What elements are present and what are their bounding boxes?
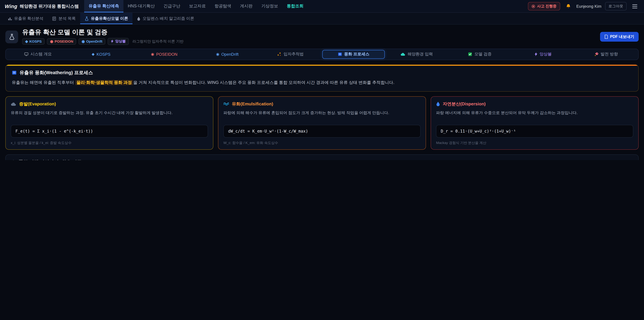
- notification-bell-button[interactable]: [564, 2, 573, 11]
- bell-icon: [566, 4, 571, 9]
- subtab-label: 분석 목록: [58, 16, 76, 21]
- brand-logo[interactable]: Wing 해양환경 위기대응 통합시스템: [5, 0, 79, 13]
- nav-item-weather-info[interactable]: 기상정보: [257, 0, 282, 13]
- nav-item-aerial-search[interactable]: 항공탐색: [210, 0, 236, 13]
- diamond-icon: ◆: [92, 53, 94, 56]
- logout-button[interactable]: 로그아웃: [605, 2, 626, 11]
- card-footnote: x_i: 성분별 몰분율 / k_ei: 증발 속도상수: [11, 140, 208, 145]
- card-header: 자연분산(Dispersion): [436, 101, 633, 107]
- tab-label: POSEIDON: [156, 52, 178, 57]
- page-header: 유출유 확산 모델 이론 및 검증 ◆ KOSPS ◉ POSEIDON ◉ O…: [0, 25, 644, 48]
- formula-box: F_e(t) = Σ x_i·(1 - e^(-k_ei·t)): [11, 125, 208, 137]
- tab-label: 풍화 프로세스: [344, 52, 370, 57]
- timeline-title-text: 풍화 진행 타임라인 (원유 기준): [18, 159, 83, 160]
- tab-label: 앙상블: [540, 52, 552, 57]
- card-title: 증발(Evaporation): [19, 101, 56, 107]
- tab-system-overview[interactable]: 시스템 개요: [7, 50, 69, 59]
- alert-label: 사고 진행중: [537, 4, 556, 9]
- weathering-section-title: 유출유 풍화(Weathering) 프로세스: [12, 70, 632, 76]
- nav-item-reports[interactable]: 보고자료: [185, 0, 210, 13]
- tab-particle-tracking[interactable]: 입자추적법: [259, 50, 322, 59]
- weathering-section-body: 유출유 풍화(Weathering) 프로세스 유출유는 해면에 유출된 직후부…: [6, 66, 638, 91]
- card-title: 유화(Emulsification): [232, 101, 273, 107]
- hamburger-bar: [632, 8, 637, 8]
- formula-box: D_r = 0.11·(U_w+U_c)²·(1+U_w)⁻¹: [436, 125, 633, 137]
- hamburger-menu-button[interactable]: [630, 2, 639, 10]
- subtab-diffusion-model-theory[interactable]: 유출유확산모델 이론: [80, 13, 132, 24]
- circle-ring-icon: ◉: [151, 53, 154, 56]
- tab-label: OpenDrift: [221, 52, 239, 57]
- tab-ocean-environment-input[interactable]: 해양환경 입력: [386, 50, 448, 59]
- tab-future-direction[interactable]: 발전 방향: [575, 50, 637, 59]
- droplet-icon: [137, 16, 140, 21]
- pdf-export-button[interactable]: PDF 내보내기: [600, 32, 639, 42]
- tab-ensemble[interactable]: 앙상블: [512, 50, 574, 59]
- description-highlight: 물리·화학·생물학적 풍화 과정: [75, 80, 133, 85]
- pdf-document-icon: [604, 35, 608, 39]
- subtab-label: 유출유 확산분석: [14, 16, 44, 21]
- section-title-text: 유출유 풍화(Weathering) 프로세스: [20, 70, 93, 76]
- subtab-label: 오일펜스 배치 알고리즘 이론: [142, 16, 194, 21]
- topnav-right-cluster: 사고 진행중 Eunjeong Kim 로그아웃: [528, 0, 639, 13]
- tab-label: 모델 검증: [474, 52, 492, 57]
- form-document-icon: [12, 70, 17, 75]
- formula-box: dW_c/dt = K_em·U_w²·(1-W_c/W_max): [224, 125, 420, 137]
- incident-alert-badge[interactable]: 사고 진행중: [528, 2, 560, 11]
- nav-item-integrated-search[interactable]: 통합조회: [282, 0, 308, 13]
- weathering-section: 유출유 풍화(Weathering) 프로세스 유출유는 해면에 유출된 직후부…: [5, 65, 639, 92]
- check-square-icon: [468, 52, 472, 57]
- model-badge-row: ◆ KOSPS ◉ POSEIDON ◉ OpenDrift 앙상블: [22, 38, 184, 45]
- badge-label: KOSPS: [29, 40, 42, 44]
- nav-item-emergency-rescue[interactable]: 긴급구난: [159, 0, 185, 13]
- wave-icon: [224, 102, 229, 106]
- nav-item-oil-spill-prediction[interactable]: 유출유 확산예측: [84, 0, 124, 13]
- badge-poseidon: ◉ POSEIDON: [47, 38, 76, 45]
- circle-ring-icon: ◉: [216, 53, 219, 56]
- rocket-icon: [594, 52, 599, 57]
- brand-mark: Wing: [5, 3, 17, 9]
- card-footnote: W_c: 함수율 / K_em: 유화 속도상수: [224, 140, 420, 145]
- flask-icon: [8, 34, 15, 40]
- brand-name: 해양환경 위기대응 통합시스템: [20, 3, 79, 9]
- tab-poseidon[interactable]: ◉ POSEIDON: [133, 50, 196, 59]
- description-text: 유출유는 해면에 유출된 직후부터: [12, 80, 75, 85]
- tab-label: 입자추적법: [284, 52, 304, 57]
- subtab-analysis-list[interactable]: 분석 목록: [48, 13, 80, 24]
- tab-kosps[interactable]: ◆ KOSPS: [70, 50, 132, 59]
- card-header: 증발(Evaporation): [11, 101, 208, 107]
- card-footnote: Mackay 경험식 기반 분산율 계산: [436, 140, 633, 145]
- bar-chart-icon: [8, 16, 12, 21]
- subtab-oil-fence-algorithm-theory[interactable]: 오일펜스 배치 알고리즘 이론: [132, 13, 198, 24]
- pdf-button-label: PDF 내보내기: [610, 34, 634, 40]
- subtab-spill-analysis[interactable]: 유출유 확산분석: [3, 13, 48, 24]
- badge-label: 앙상블: [115, 39, 126, 44]
- evaporation-cloud-icon: [11, 102, 16, 106]
- top-navbar: Wing 해양환경 위기대응 통합시스템 유출유 확산예측 HNS·대기확산 긴…: [0, 0, 644, 13]
- tab-label: 시스템 개요: [30, 52, 52, 57]
- flask-icon: [84, 16, 89, 21]
- card-header: 유화(Emulsification): [224, 101, 420, 107]
- lightning-bolt-icon: [534, 52, 538, 57]
- grid-process-icon: [338, 52, 342, 57]
- description-text: 을 거쳐 지속적으로 특성이 변화합니다. WING 시스템은 주요 풍화 프로…: [133, 80, 394, 85]
- tab-label: 발전 방향: [601, 52, 618, 57]
- tab-model-validation[interactable]: 모델 검증: [448, 50, 511, 59]
- circle-ring-icon: ◉: [82, 40, 85, 43]
- app-root: Wing 해양환경 위기대응 통합시스템 유출유 확산예측 HNS·대기확산 긴…: [0, 0, 644, 160]
- tab-opendrift[interactable]: ◉ OpenDrift: [196, 50, 258, 59]
- sub-tabbar: 유출유 확산분석 분석 목록 유출유확산모델 이론 오일펜스 배치 알고리즘 이…: [0, 13, 644, 25]
- tab-weathering-process[interactable]: 풍화 프로세스: [322, 50, 385, 59]
- lightning-bolt-icon: [111, 40, 114, 44]
- card-evaporation: 증발(Evaporation) 유류의 경질 성분이 대기로 증발하는 과정. …: [5, 96, 213, 150]
- badge-ensemble: 앙상블: [108, 38, 129, 45]
- diamond-icon: ◆: [25, 40, 28, 43]
- nav-item-hns-air-diffusion[interactable]: HNS·대기확산: [124, 0, 159, 13]
- page-icon-tile: [5, 31, 18, 43]
- hamburger-bar: [632, 6, 637, 7]
- card-description: 파랑 에너지에 의해 유류가 수중으로 분산되어 유막 두께가 감소하는 과정입…: [436, 110, 633, 122]
- clock-icon: [11, 160, 16, 160]
- card-title: 자연분산(Dispersion): [443, 101, 486, 107]
- badge-label: OpenDrift: [86, 40, 102, 44]
- badge-opendrift: ◉ OpenDrift: [79, 38, 106, 45]
- nav-item-board[interactable]: 게시판: [236, 0, 257, 13]
